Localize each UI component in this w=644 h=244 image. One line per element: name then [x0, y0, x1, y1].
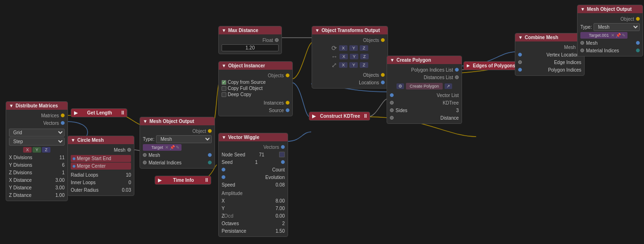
- moo1-mesh-in-socket[interactable]: [143, 153, 147, 157]
- moo1-mat-right-socket[interactable]: [208, 161, 212, 164]
- moo1-mesh-right-socket[interactable]: [208, 153, 212, 157]
- copy-from-source-checkbox[interactable]: ✓: [222, 80, 226, 85]
- oto-y3-btn[interactable]: Y: [349, 62, 358, 68]
- vectors-output-socket[interactable]: [61, 121, 65, 125]
- oto-header: ▼ Object Transforms Output: [312, 26, 388, 34]
- oi-objects-in-socket[interactable]: [286, 73, 289, 77]
- get-length-collapse-icon[interactable]: II: [121, 110, 124, 115]
- moo1-target-edit[interactable]: ✎: [176, 145, 180, 150]
- merge-start-end-btn[interactable]: Merge Start End: [71, 155, 131, 162]
- ocd-label: Ocd: [224, 213, 233, 219]
- oto-y2-btn[interactable]: Y: [350, 54, 358, 59]
- circle-mesh-node: ▼ Circle Mesh Mesh Merge Start End Merge…: [67, 136, 134, 196]
- get-length-node: ▶ Get Length II: [71, 108, 127, 117]
- oto-y1-btn[interactable]: Y: [349, 45, 358, 51]
- oto-z3-btn[interactable]: Z: [360, 62, 368, 68]
- distance-socket[interactable]: [390, 116, 394, 120]
- max-distance-node: ▼ Max Distance Float 1.20: [218, 26, 282, 54]
- oto-x3-btn[interactable]: X: [339, 62, 347, 68]
- moo2-type-dropdown[interactable]: Mesh: [594, 23, 640, 31]
- amp-y-value: 7.00: [276, 206, 285, 211]
- moo2-mat-in-socket[interactable]: [580, 49, 584, 52]
- x-btn[interactable]: X: [23, 147, 32, 153]
- oto-x1-btn[interactable]: X: [339, 45, 347, 51]
- evolution-socket[interactable]: [222, 175, 225, 179]
- vector-wiggle-node: ▼ Vector Wiggle Vectors Node Seed 71 See…: [218, 133, 288, 237]
- moo1-target-pin[interactable]: 📌: [170, 145, 175, 150]
- moo2-target-edit[interactable]: ✎: [622, 33, 626, 38]
- sides-socket[interactable]: [390, 108, 394, 112]
- ckdt-collapse[interactable]: II: [364, 114, 367, 119]
- combine-mesh-header: ▼ Combine Mesh: [515, 33, 584, 41]
- inner-loops-value: 0: [128, 180, 131, 185]
- merge-start-end-label: Merge Start End: [77, 156, 111, 161]
- oto-x2-btn[interactable]: X: [339, 54, 348, 59]
- cm-vertex-socket[interactable]: [518, 53, 522, 57]
- oto-transform-icon-3: ⤢: [331, 61, 337, 69]
- deep-copy-label: Deep Copy: [228, 92, 251, 97]
- distribute-matrices-header: ▼ Distribute Matrices: [6, 102, 67, 110]
- cp-collapse[interactable]: ▼: [390, 57, 395, 63]
- node-collapse-icon[interactable]: ▼: [9, 103, 14, 108]
- vw-collapse[interactable]: ▼: [222, 135, 226, 140]
- oi-source-socket[interactable]: [286, 108, 289, 112]
- moo2-object-socket[interactable]: [636, 17, 640, 21]
- moo2-mat-right-socket[interactable]: [636, 49, 640, 52]
- evolution-label: Evolution: [264, 175, 285, 180]
- circle-mesh-header: ▼ Circle Mesh: [68, 136, 134, 144]
- count-socket[interactable]: [222, 168, 225, 171]
- moo1-collapse[interactable]: ▼: [143, 119, 148, 124]
- oto-objects-out-socket[interactable]: [381, 73, 385, 77]
- mesh-out-socket[interactable]: [127, 148, 131, 152]
- max-distance-input[interactable]: 1.20: [222, 44, 279, 51]
- moo1-type-dropdown[interactable]: Mesh: [156, 135, 212, 143]
- max-distance-collapse[interactable]: ▼: [222, 28, 226, 33]
- node-seed-random[interactable]: [279, 152, 285, 157]
- moo2-mesh-in-socket[interactable]: [580, 41, 584, 45]
- cm-edge-socket[interactable]: [518, 60, 522, 64]
- cp-export[interactable]: ↗: [445, 83, 452, 89]
- kdtree-socket[interactable]: [390, 101, 394, 105]
- oto-locations-socket[interactable]: [381, 81, 385, 84]
- cm-collapse[interactable]: ▼: [518, 35, 523, 40]
- construct-kdtree-node: ▶ Construct KDTree II: [309, 112, 370, 121]
- copy-full-object-checkbox[interactable]: [222, 86, 226, 91]
- mesh-object-output-1-node: ▼ Mesh Object Output Object Type: Mesh T…: [140, 117, 215, 169]
- dl-socket[interactable]: [455, 75, 459, 79]
- oto-z1-btn[interactable]: Z: [360, 45, 368, 51]
- oto-z2-btn[interactable]: Z: [360, 54, 369, 59]
- z-btn[interactable]: Z: [42, 147, 50, 153]
- moo1-object-socket[interactable]: [208, 129, 212, 133]
- oi-collapse[interactable]: ▼: [222, 63, 226, 68]
- sides-label: Sides: [394, 108, 407, 113]
- ckdt-play: ▶: [312, 114, 316, 119]
- circle-mesh-collapse[interactable]: ▼: [71, 138, 75, 143]
- edges-of-polygons-title: Edges of Polygons II: [473, 63, 519, 68]
- vw-vectors-socket[interactable]: [281, 145, 285, 149]
- oto-objects-in-socket[interactable]: [381, 38, 385, 42]
- vector-list-socket[interactable]: [390, 93, 394, 97]
- moo1-target-x[interactable]: ✕: [165, 145, 169, 150]
- step-dropdown[interactable]: Step: [9, 138, 65, 146]
- max-dist-float-socket[interactable]: [275, 38, 279, 42]
- cm-polygon-socket[interactable]: [518, 68, 522, 72]
- deep-copy-checkbox[interactable]: [222, 92, 226, 97]
- matrices-output-socket[interactable]: [61, 114, 65, 117]
- y-divisions-value: 6: [62, 163, 65, 168]
- seed-socket[interactable]: [281, 160, 285, 164]
- moo2-collapse[interactable]: ▼: [580, 7, 585, 12]
- grid-dropdown[interactable]: Grid: [9, 129, 65, 137]
- pil-socket[interactable]: [455, 68, 459, 72]
- moo1-mesh-label: Mesh: [147, 153, 208, 158]
- oi-source-label: Source: [269, 108, 284, 113]
- y-btn[interactable]: Y: [33, 147, 41, 153]
- oto-collapse[interactable]: ▼: [315, 28, 320, 33]
- oi-instances-socket[interactable]: [286, 101, 289, 105]
- moo2-target-pin[interactable]: 📌: [616, 33, 621, 38]
- merge-center-btn[interactable]: Merge Center: [71, 163, 131, 170]
- moo2-target-x[interactable]: ✕: [611, 33, 615, 38]
- create-polygon-btn[interactable]: Create Polygon: [406, 83, 443, 89]
- time-info-collapse[interactable]: II: [205, 178, 208, 183]
- moo2-mesh-right-socket[interactable]: [636, 41, 640, 45]
- moo1-mat-in-socket[interactable]: [143, 161, 147, 164]
